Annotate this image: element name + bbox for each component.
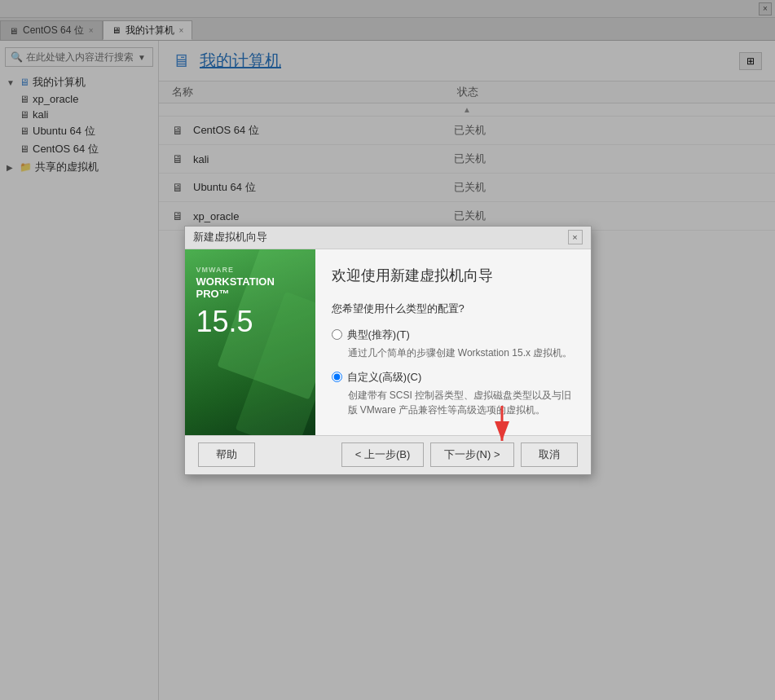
cancel-button[interactable]: 取消 xyxy=(521,442,578,467)
vmware-brand-text: VMWARE xyxy=(196,266,275,274)
dialog-overlay: 新建虚拟机向导 × VMWARE WORKSTATION PRO™ 15.5 欢… xyxy=(0,0,775,700)
prev-button[interactable]: < 上一步(B) xyxy=(341,442,425,467)
dialog-main-title: 欢迎使用新建虚拟机向导 xyxy=(332,266,575,285)
dialog-side-panel: VMWARE WORKSTATION PRO™ 15.5 xyxy=(185,249,315,435)
option-custom-text: 自定义(高级)(C) xyxy=(347,370,422,385)
dialog-content-panel: 欢迎使用新建虚拟机向导 您希望使用什么类型的配置? 典型(推荐)(T) 通过几个… xyxy=(315,249,591,435)
option-custom-label[interactable]: 自定义(高级)(C) xyxy=(332,370,575,385)
footer-left: 帮助 xyxy=(198,442,255,467)
dialog-footer: 帮助 < 上一步(B) 下一步(N) > xyxy=(185,435,591,474)
vmware-version-text: 15.5 xyxy=(196,307,275,337)
dialog-title: 新建虚拟机向导 xyxy=(193,230,267,244)
new-vm-wizard-dialog: 新建虚拟机向导 × VMWARE WORKSTATION PRO™ 15.5 欢… xyxy=(184,226,592,475)
dialog-body: VMWARE WORKSTATION PRO™ 15.5 欢迎使用新建虚拟机向导… xyxy=(185,249,591,435)
option-custom-desc: 创建带有 SCSI 控制器类型、虚拟磁盘类型以及与旧版 VMware 产品兼容性… xyxy=(348,388,575,417)
option-custom-radio[interactable] xyxy=(332,372,342,382)
help-button[interactable]: 帮助 xyxy=(198,442,255,467)
footer-right: < 上一步(B) 下一步(N) > xyxy=(341,442,578,467)
option-typical-label[interactable]: 典型(推荐)(T) xyxy=(332,328,575,342)
option-typical-desc: 通过几个简单的步骤创建 Workstation 15.x 虚拟机。 xyxy=(348,346,575,360)
option-custom: 自定义(高级)(C) 创建带有 SCSI 控制器类型、虚拟磁盘类型以及与旧版 V… xyxy=(332,370,575,417)
vmware-product-text: WORKSTATION PRO™ xyxy=(196,275,275,301)
dialog-title-bar: 新建虚拟机向导 × xyxy=(185,227,591,249)
option-typical: 典型(推荐)(T) 通过几个简单的步骤创建 Workstation 15.x 虚… xyxy=(332,328,575,360)
dialog-close-button[interactable]: × xyxy=(568,230,583,244)
vmware-logo: VMWARE WORKSTATION PRO™ 15.5 xyxy=(196,266,275,337)
dialog-question: 您希望使用什么类型的配置? xyxy=(332,302,575,316)
option-typical-text: 典型(推荐)(T) xyxy=(347,328,410,342)
next-button[interactable]: 下一步(N) > xyxy=(430,442,513,467)
option-typical-radio[interactable] xyxy=(332,329,342,340)
